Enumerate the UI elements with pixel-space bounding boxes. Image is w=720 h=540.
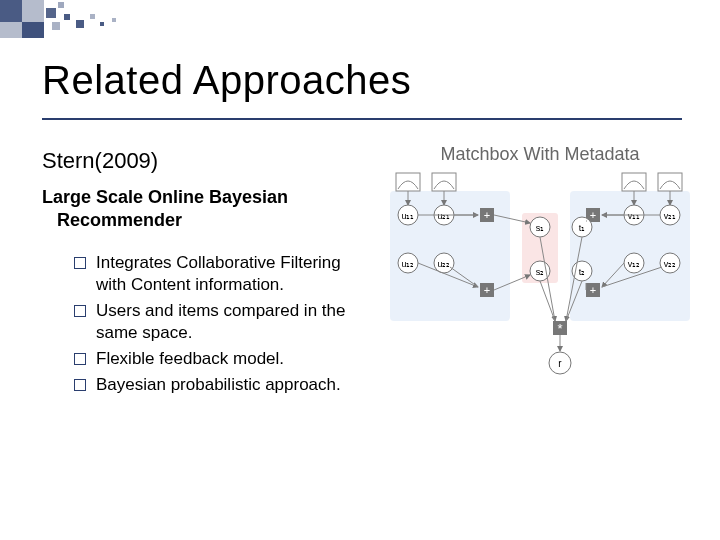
slide-title: Related Approaches [42,58,411,103]
bullet-icon [74,257,86,269]
svg-line-59 [540,281,555,321]
svg-text:*: * [557,321,562,336]
svg-text:+: + [484,209,490,221]
svg-text:t₂: t₂ [579,267,586,277]
bullet-icon [74,379,86,391]
svg-text:s₁: s₁ [536,223,545,233]
svg-text:u₂₂: u₂₂ [437,259,450,269]
svg-rect-5 [432,173,456,191]
title-underline [42,118,682,120]
list-item: Flexible feedback model. [74,348,374,370]
list-item: Integrates Collaborative Filtering with … [74,252,374,296]
citation: Stern(2009) [42,148,158,174]
list-item: Bayesian probabilistic approach. [74,374,374,396]
svg-text:t₁: t₁ [579,223,586,233]
svg-rect-6 [622,173,646,191]
svg-text:u₁₂: u₁₂ [401,259,414,269]
bullet-icon [74,353,86,365]
svg-text:v₁₁: v₁₁ [628,211,641,221]
matchbox-diagram: Matchbox With Metadata u₁₁ u₂₁ [390,144,690,425]
svg-text:v₁₂: v₁₂ [628,259,641,269]
subtitle-line1: Large Scale Online Bayesian [42,187,288,207]
bullet-text: Integrates Collaborative Filtering with … [96,252,374,296]
svg-text:s₂: s₂ [536,267,545,277]
svg-rect-4 [396,173,420,191]
svg-text:+: + [484,284,490,296]
svg-rect-7 [658,173,682,191]
bullet-text: Bayesian probabilistic approach. [96,374,341,396]
bullet-list: Integrates Collaborative Filtering with … [74,252,374,401]
bullet-text: Users and items compared in the same spa… [96,300,374,344]
svg-text:+: + [590,209,596,221]
svg-text:u₂₁: u₂₁ [437,211,450,221]
bullet-icon [74,305,86,317]
svg-text:u₁₁: u₁₁ [401,211,414,221]
bullet-text: Flexible feedback model. [96,348,284,370]
subtitle-line2: Recommender [57,210,182,230]
graph-svg: u₁₁ u₂₁ v₁₁ v₂₁ + + s₁ t₁ u₁₂ u₂₂ v₁₂ [390,171,690,421]
diagram-title: Matchbox With Metadata [390,144,690,165]
corner-decoration [0,0,140,40]
subtitle: Large Scale Online Bayesian Recommender [42,186,288,231]
list-item: Users and items compared in the same spa… [74,300,374,344]
svg-text:v₂₂: v₂₂ [664,259,677,269]
svg-text:+: + [590,284,596,296]
svg-text:v₂₁: v₂₁ [664,211,677,221]
